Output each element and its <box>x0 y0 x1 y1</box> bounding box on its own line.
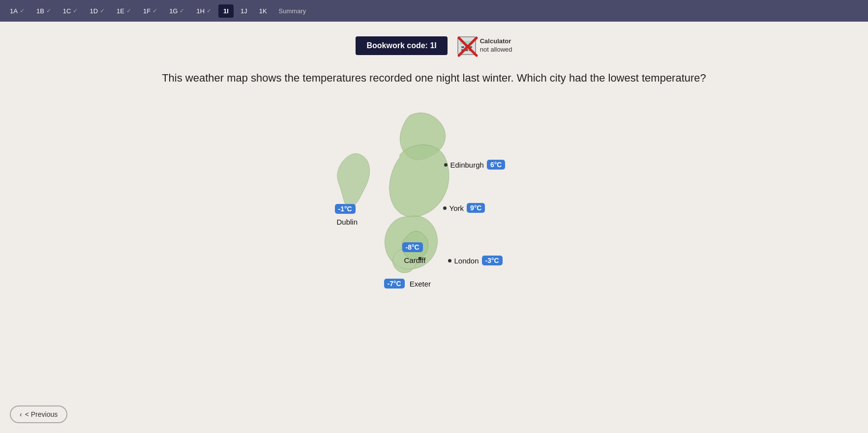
nav-tab-summary[interactable]: Summary <box>274 4 311 18</box>
calculator-text: Calculator not allowed <box>480 37 512 54</box>
check-icon-1H: ✓ <box>207 7 211 14</box>
nav-tab-1H[interactable]: 1H ✓ <box>191 4 216 18</box>
london-name: London <box>454 257 479 265</box>
nav-tab-1A[interactable]: 1A ✓ <box>5 4 30 18</box>
city-cardiff: -8°C Cardiff <box>402 242 426 264</box>
calculator-title: Calculator <box>480 37 512 46</box>
edinburgh-name: Edinburgh <box>450 161 484 169</box>
nav-tab-1D-label: 1D <box>90 7 98 15</box>
calculator-subtitle: not allowed <box>480 46 512 54</box>
city-dublin: -1°C Dublin <box>335 204 358 226</box>
nav-tab-1C-label: 1C <box>63 7 71 15</box>
nav-tab-1I-label: 1I <box>223 7 229 15</box>
previous-button[interactable]: ‹ < Previous <box>10 405 67 423</box>
check-icon-1D: ✓ <box>100 7 105 14</box>
check-icon-1F: ✓ <box>152 7 157 14</box>
nav-tab-1H-label: 1H <box>196 7 205 15</box>
nav-tab-1A-label: 1A <box>10 7 18 15</box>
dublin-temp: -1°C <box>335 204 356 214</box>
calculator-notice: Calculator not allowed <box>457 36 512 55</box>
nav-tab-1K-label: 1K <box>259 7 267 15</box>
check-icon-1G: ✓ <box>180 7 184 14</box>
check-icon-1E: ✓ <box>126 7 131 14</box>
york-dot <box>443 206 447 210</box>
exeter-temp: -7°C <box>384 279 405 289</box>
york-name: York <box>449 204 464 212</box>
city-exeter: -7°C Exeter <box>384 279 431 289</box>
nav-tab-1J[interactable]: 1J <box>236 4 252 18</box>
prev-arrow-icon: ‹ <box>20 410 22 418</box>
main-content: Bookwork code: 1I Calculator not allowed <box>0 22 868 433</box>
nav-tab-1E-label: 1E <box>117 7 124 15</box>
city-london: London -3°C <box>448 256 503 265</box>
london-temp: -3°C <box>482 256 503 265</box>
nav-tab-1J-label: 1J <box>240 7 247 15</box>
check-icon-1B: ✓ <box>46 7 51 14</box>
dublin-name: Dublin <box>337 218 358 226</box>
question-text: This weather map shows the temperatures … <box>139 70 729 86</box>
city-york: York 9°C <box>443 203 485 213</box>
nav-tab-1G[interactable]: 1G ✓ <box>164 4 189 18</box>
exeter-name: Exeter <box>410 280 431 288</box>
calc-grid <box>461 46 472 51</box>
nav-tab-1B[interactable]: 1B ✓ <box>31 4 56 18</box>
prev-button-label: < Previous <box>25 410 58 418</box>
cardiff-dot <box>419 257 421 260</box>
city-edinburgh: Edinburgh 6°C <box>444 160 506 170</box>
edinburgh-temp: 6°C <box>487 160 506 170</box>
nav-tab-1B-label: 1B <box>36 7 44 15</box>
cardiff-temp: -8°C <box>402 242 423 252</box>
york-temp: 9°C <box>467 203 485 213</box>
nav-tab-1K[interactable]: 1K <box>254 4 272 18</box>
nav-tab-1F[interactable]: 1F ✓ <box>138 4 162 18</box>
nav-tab-1G-label: 1G <box>169 7 178 15</box>
info-row: Bookwork code: 1I Calculator not allowed <box>20 36 848 55</box>
check-icon-1A: ✓ <box>20 7 25 14</box>
nav-tab-1I[interactable]: 1I <box>218 4 234 18</box>
london-dot <box>448 259 451 262</box>
nav-tab-1F-label: 1F <box>143 7 150 15</box>
nav-tab-summary-label: Summary <box>279 7 306 15</box>
nav-tab-1C[interactable]: 1C ✓ <box>58 4 83 18</box>
weather-map: Edinburgh 6°C York 9°C -1°C Dublin -8°C … <box>311 106 557 317</box>
check-icon-1C: ✓ <box>73 7 78 14</box>
cardiff-name: Cardiff <box>404 256 426 264</box>
calculator-icon <box>457 36 476 55</box>
edinburgh-dot <box>444 163 448 167</box>
nav-tab-1D[interactable]: 1D ✓ <box>85 4 110 18</box>
bookwork-code: Bookwork code: 1I <box>356 36 447 55</box>
top-nav: 1A ✓ 1B ✓ 1C ✓ 1D ✓ 1E ✓ 1F ✓ 1G ✓ 1H ✓ … <box>0 0 868 22</box>
nav-tab-1E[interactable]: 1E ✓ <box>112 4 136 18</box>
calc-screen <box>460 41 473 44</box>
